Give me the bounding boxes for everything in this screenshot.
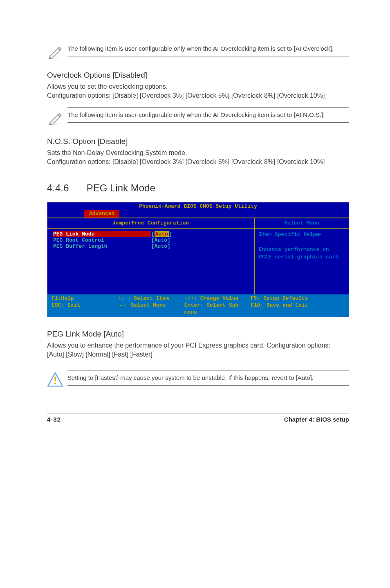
chapter-label: Chapter 4: BIOS setup [284,416,349,423]
bios-tab-advanced[interactable]: Advanced [84,210,119,218]
overclock-heading: Overclock Options [Disabled] [47,71,349,80]
warning-text: Setting to [Fastest] may cause your syst… [67,370,349,386]
svg-rect-2 [54,377,56,382]
bios-title: Phoenix-Award BIOS CMOS Setup Utility [47,202,349,210]
warning-icon [47,370,67,388]
note-text: The following item is user-configurable … [67,107,349,123]
svg-point-0 [48,56,58,58]
svg-point-1 [48,123,58,125]
bios-panel-title: JumperFree Configuration [47,218,255,228]
nos-body: Sets the Non-Delay Overclocking System m… [47,148,349,166]
bios-help-heading: Item Specific Help▶▶ [259,231,345,238]
peg-heading: PEG Link Mode [Auto] [47,330,349,339]
section-number: 4.4.6 [47,182,84,194]
bios-item-peg-root-control[interactable]: PEG Root Control [Auto] [53,237,248,243]
nos-heading: N.O.S. Option [Disable] [47,137,349,146]
note-text: The following item is user-configurable … [67,41,349,56]
bios-help-title-header: Select Menu [255,218,349,228]
pencil-note-icon [47,107,67,127]
bios-item-peg-buffer-length[interactable]: PEG Buffer Length [Auto] [53,243,248,249]
bios-screenshot: Phoenix-Award BIOS CMOS Setup Utility Ad… [47,202,349,317]
bios-item-peg-link-mode[interactable]: PEG Link Mode [Auto] [53,231,248,237]
section-title: PEG Link Mode [87,182,155,193]
pencil-note-icon [47,41,67,61]
overclock-body: Allows you to set the oveclocking option… [47,82,349,100]
peg-body: Allows you to enhance the performance of… [47,341,349,359]
svg-point-3 [54,383,56,384]
page-number: 4-32 [47,416,61,423]
bios-footer: F1:Help ESC: Exit ↑↓ : Select Item →←: S… [47,294,349,317]
section-heading: 4.4.6 PEG Link Mode [47,182,349,194]
bios-help-body: Enhance performance on PCIE serial graph… [259,246,345,261]
